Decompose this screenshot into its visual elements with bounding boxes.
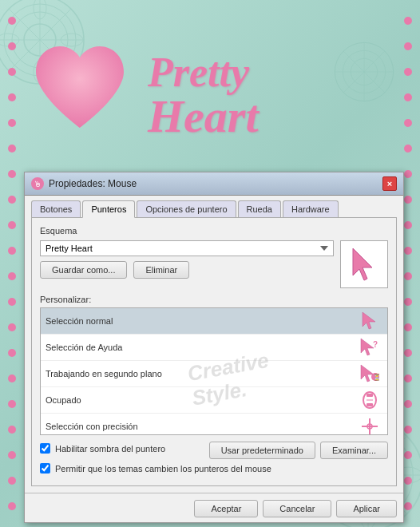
dot — [404, 272, 412, 280]
shadow-checkbox[interactable] — [40, 443, 50, 454]
dot — [404, 145, 412, 153]
tab-opciones[interactable]: Opciones de puntero — [137, 200, 236, 217]
dot — [8, 426, 16, 434]
scheme-dropdown-container: Pretty Heart Guardar como... Eliminar — [40, 240, 334, 288]
dot — [8, 272, 16, 280]
scheme-select[interactable]: Pretty Heart — [40, 240, 334, 256]
heart-container — [20, 28, 140, 148]
cursor-list[interactable]: Selección normal Selección de Ayuda — [40, 307, 388, 435]
tab-rueda[interactable]: Rueda — [238, 200, 281, 217]
dot — [404, 323, 412, 331]
dot — [404, 426, 412, 434]
cursor-background-icon: ⏳ — [357, 364, 382, 383]
tab-punteros[interactable]: Punteros — [82, 200, 135, 218]
cursor-list-inner: Selección normal Selección de Ayuda — [41, 308, 387, 435]
theme-checkbox-label: Permitir que los temas cambien los punte… — [55, 464, 271, 474]
dot — [8, 349, 16, 357]
scheme-section-label: Esquema — [40, 226, 388, 236]
dot — [404, 349, 412, 357]
svg-rect-40 — [367, 403, 373, 406]
cursor-row-busy[interactable]: Ocupado — [41, 387, 387, 414]
cursor-normal-icon — [357, 311, 382, 331]
dot — [404, 170, 412, 178]
close-button[interactable]: × — [382, 176, 397, 191]
left-dot-border — [6, 0, 18, 527]
checkbox1-row: Habilitar sombra del puntero — [40, 443, 204, 454]
dot — [404, 17, 412, 25]
delete-button[interactable]: Eliminar — [133, 261, 189, 279]
dot — [8, 323, 16, 331]
cursor-row-precision[interactable]: Selección con precisión — [41, 414, 387, 435]
dialog-titlebar: 🖱 Propiedades: Mouse × — [25, 172, 403, 196]
right-dot-border — [402, 0, 414, 527]
dot — [8, 247, 16, 255]
bottom-section: Habilitar sombra del puntero Usar predet… — [40, 442, 388, 474]
header-area: Pretty Heart — [20, 8, 400, 168]
dot — [404, 42, 412, 50]
dot — [8, 196, 16, 204]
shadow-checkbox-label: Habilitar sombra del puntero — [55, 444, 165, 454]
tab-botones[interactable]: Botones — [31, 200, 81, 217]
cursor-precision-icon — [357, 417, 382, 435]
cursor-row-background[interactable]: Trabajando en segundo plano ⏳ — [41, 361, 387, 387]
accept-button[interactable]: Aceptar — [194, 500, 258, 517]
dot — [404, 196, 412, 204]
cursor-background-label: Trabajando en segundo plano — [46, 369, 357, 378]
personalizar-label: Personalizar: — [40, 295, 388, 304]
dialog-body: Botones Punteros Opciones de puntero Rue… — [25, 196, 403, 493]
dialog-window: 🖱 Propiedades: Mouse × Botones Punteros … — [24, 172, 404, 523]
dot — [8, 119, 16, 127]
dot — [404, 221, 412, 229]
dot — [404, 400, 412, 408]
dot — [404, 119, 412, 127]
cursor-row-help[interactable]: Selección de Ayuda ? — [41, 335, 387, 361]
dot — [404, 298, 412, 306]
cursor-busy-label: Ocupado — [46, 395, 357, 405]
dot — [8, 477, 16, 485]
cursor-help-icon: ? — [357, 338, 382, 357]
cancel-button[interactable]: Cancelar — [263, 500, 331, 517]
pretty-label: Pretty — [148, 52, 400, 93]
dot — [8, 451, 16, 459]
cursor-precision-label: Selección con precisión — [46, 422, 357, 431]
dot — [404, 93, 412, 101]
dot — [8, 298, 16, 306]
dot — [8, 93, 16, 101]
apply-button[interactable]: Aplicar — [336, 500, 397, 517]
svg-rect-39 — [367, 394, 373, 397]
dot — [8, 17, 16, 25]
svg-marker-33 — [361, 339, 374, 355]
svg-marker-32 — [363, 312, 375, 329]
dot — [404, 502, 412, 510]
dot — [8, 42, 16, 50]
save-as-button[interactable]: Guardar como... — [40, 261, 127, 279]
dot — [404, 247, 412, 255]
svg-text:?: ? — [373, 340, 378, 349]
mouse-icon: 🖱 — [31, 177, 44, 190]
tab-hardware[interactable]: Hardware — [283, 200, 339, 217]
scheme-preview — [340, 240, 388, 288]
use-default-button[interactable]: Usar predeterminado — [209, 442, 315, 459]
scheme-row: Pretty Heart Guardar como... Eliminar — [40, 240, 388, 288]
dialog-title-left: 🖱 Propiedades: Mouse — [31, 177, 137, 190]
cursor-row-normal[interactable]: Selección normal — [41, 308, 387, 335]
cursor-preview-icon — [348, 247, 380, 282]
svg-text:⏳: ⏳ — [373, 373, 381, 381]
dot — [404, 374, 412, 382]
tab-bar: Botones Punteros Opciones de puntero Rue… — [31, 200, 397, 217]
checkbox2-row: Permitir que los temas cambien los punte… — [40, 463, 388, 474]
dot — [8, 502, 16, 510]
dot — [8, 170, 16, 178]
title-text: Pretty Heart — [140, 36, 400, 140]
browse-button[interactable]: Examinar... — [320, 442, 388, 459]
theme-checkbox[interactable] — [40, 463, 50, 474]
dot — [404, 68, 412, 76]
svg-marker-31 — [353, 248, 372, 280]
heart-label: Heart — [148, 93, 400, 140]
mid-btn-row: Habilitar sombra del puntero Usar predet… — [40, 442, 388, 459]
dot — [404, 477, 412, 485]
dialog-title: Propiedades: Mouse — [49, 178, 137, 189]
cursor-busy-icon — [357, 390, 382, 410]
dot — [8, 400, 16, 408]
cursor-normal-label: Selección normal — [46, 316, 357, 326]
